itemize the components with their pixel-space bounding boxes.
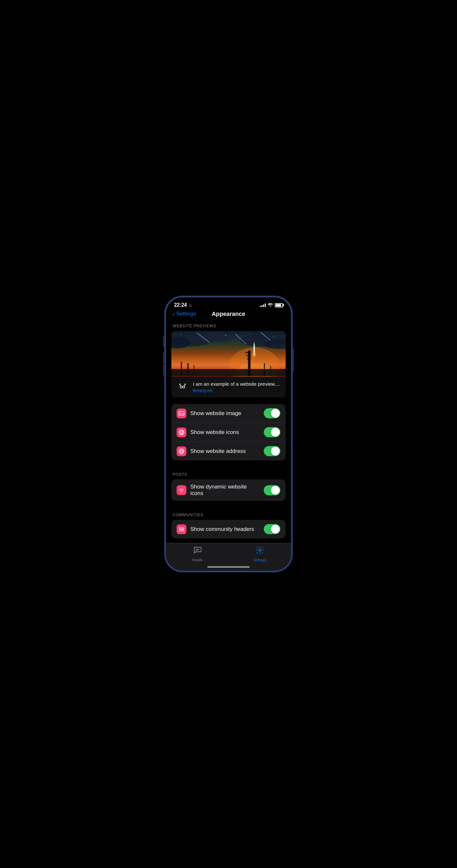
show-community-headers-row: Show community headers bbox=[171, 520, 286, 538]
svg-point-11 bbox=[273, 336, 274, 336]
settings-content: WEBSITE PREVIEWS bbox=[166, 318, 291, 549]
show-website-icons-row: Show website icons bbox=[171, 423, 286, 442]
svg-point-9 bbox=[225, 335, 226, 336]
battery-fill bbox=[276, 304, 281, 306]
gear-icon bbox=[255, 546, 264, 554]
chat-bubble-icon bbox=[193, 546, 202, 554]
communities-settings-group: Show community headers bbox=[171, 520, 286, 538]
signal-bar-1 bbox=[260, 306, 261, 307]
preview-url: lemmy.ml bbox=[193, 388, 281, 393]
globe-icon bbox=[179, 429, 184, 435]
show-dynamic-icons-row: Show dynamic website icons bbox=[171, 479, 286, 501]
svg-point-32 bbox=[183, 386, 185, 388]
website-previews-section-label: WEBSITE PREVIEWS bbox=[171, 318, 286, 331]
phone-screen: 22:24 ⌂ bbox=[166, 298, 291, 570]
rocket-scene-svg bbox=[171, 331, 286, 377]
preview-site-logo bbox=[176, 380, 189, 394]
svg-point-8 bbox=[181, 334, 181, 335]
toggle-thumb bbox=[271, 525, 280, 533]
website-address-icon bbox=[177, 446, 186, 456]
wifi-icon bbox=[179, 487, 184, 493]
globe-link-icon bbox=[179, 448, 184, 454]
svg-point-54 bbox=[258, 549, 261, 552]
posts-settings-group: Show dynamic website icons bbox=[171, 479, 286, 501]
show-website-address-label: Show website address bbox=[190, 448, 260, 455]
toggle-thumb bbox=[271, 447, 280, 456]
dynamic-island bbox=[209, 301, 248, 312]
home-status-icon: ⌂ bbox=[189, 303, 191, 308]
show-website-icons-label: Show website icons bbox=[190, 429, 260, 436]
svg-rect-20 bbox=[248, 350, 251, 376]
svg-rect-22 bbox=[246, 355, 251, 356]
website-icons-icon bbox=[177, 428, 186, 437]
svg-rect-18 bbox=[264, 363, 265, 376]
tab-settings[interactable]: Settings bbox=[228, 546, 291, 562]
show-dynamic-icons-label: Show dynamic website icons bbox=[190, 484, 260, 497]
preview-title: I am an example of a website preview.... bbox=[193, 381, 281, 388]
show-website-icons-toggle[interactable] bbox=[264, 427, 280, 437]
show-community-headers-toggle[interactable] bbox=[264, 524, 280, 534]
back-chevron-icon: ‹ bbox=[173, 311, 175, 317]
preview-banner-image bbox=[171, 331, 286, 377]
show-website-image-row: Show website image bbox=[171, 404, 286, 423]
layers-icon bbox=[179, 526, 184, 532]
phone-frame: 22:24 ⌂ bbox=[165, 296, 292, 572]
website-preview-card: I am an example of a website preview....… bbox=[171, 331, 286, 398]
signal-bars-icon bbox=[260, 303, 266, 307]
settings-tab-label: Settings bbox=[253, 558, 266, 562]
svg-rect-37 bbox=[179, 411, 184, 415]
feeds-tab-label: Feeds bbox=[192, 558, 203, 562]
svg-rect-21 bbox=[245, 352, 251, 353]
svg-point-49 bbox=[181, 491, 182, 492]
toggle-thumb bbox=[271, 409, 280, 418]
preview-info-row: I am an example of a website preview....… bbox=[171, 377, 286, 398]
show-website-address-toggle[interactable] bbox=[264, 446, 280, 456]
home-indicator bbox=[207, 566, 250, 568]
svg-point-28 bbox=[253, 356, 255, 360]
communities-section-label: COMMUNITIES bbox=[171, 507, 286, 520]
toggle-thumb bbox=[271, 486, 280, 495]
signal-bar-4 bbox=[265, 304, 266, 307]
website-previews-settings-group: Show website image bbox=[171, 404, 286, 460]
svg-rect-24 bbox=[253, 346, 255, 355]
battery-icon bbox=[275, 303, 283, 307]
status-icons bbox=[260, 303, 283, 308]
svg-point-31 bbox=[181, 386, 182, 388]
feeds-tab-icon bbox=[193, 546, 202, 557]
svg-rect-50 bbox=[179, 528, 184, 529]
back-button[interactable]: ‹ Settings bbox=[173, 311, 196, 317]
show-website-image-toggle[interactable] bbox=[264, 408, 280, 418]
preview-text-block: I am an example of a website preview....… bbox=[193, 381, 281, 393]
svg-rect-15 bbox=[181, 362, 182, 376]
website-image-icon bbox=[177, 408, 186, 418]
svg-point-10 bbox=[249, 334, 250, 335]
toggle-thumb bbox=[271, 428, 280, 437]
show-website-address-row: Show website address bbox=[171, 442, 286, 460]
svg-rect-23 bbox=[247, 359, 251, 359]
lemmy-logo-icon bbox=[178, 382, 187, 392]
show-dynamic-icons-toggle[interactable] bbox=[264, 485, 280, 495]
svg-rect-17 bbox=[187, 363, 189, 376]
signal-bar-3 bbox=[263, 305, 264, 307]
signal-bar-2 bbox=[262, 305, 263, 307]
svg-rect-19 bbox=[270, 366, 271, 376]
svg-rect-51 bbox=[179, 530, 184, 531]
wifi-icon bbox=[268, 303, 273, 308]
posts-section-label: POSTS bbox=[171, 467, 286, 479]
settings-tab-icon bbox=[255, 546, 264, 557]
svg-rect-16 bbox=[193, 365, 194, 376]
dynamic-icons-icon bbox=[177, 485, 186, 495]
image-icon bbox=[179, 410, 184, 416]
community-headers-icon bbox=[177, 524, 186, 534]
status-time: 22:24 bbox=[174, 302, 187, 308]
show-community-headers-label: Show community headers bbox=[190, 526, 260, 532]
show-website-image-label: Show website image bbox=[190, 410, 260, 417]
tab-feeds[interactable]: Feeds bbox=[166, 546, 228, 562]
back-label: Settings bbox=[176, 311, 196, 317]
